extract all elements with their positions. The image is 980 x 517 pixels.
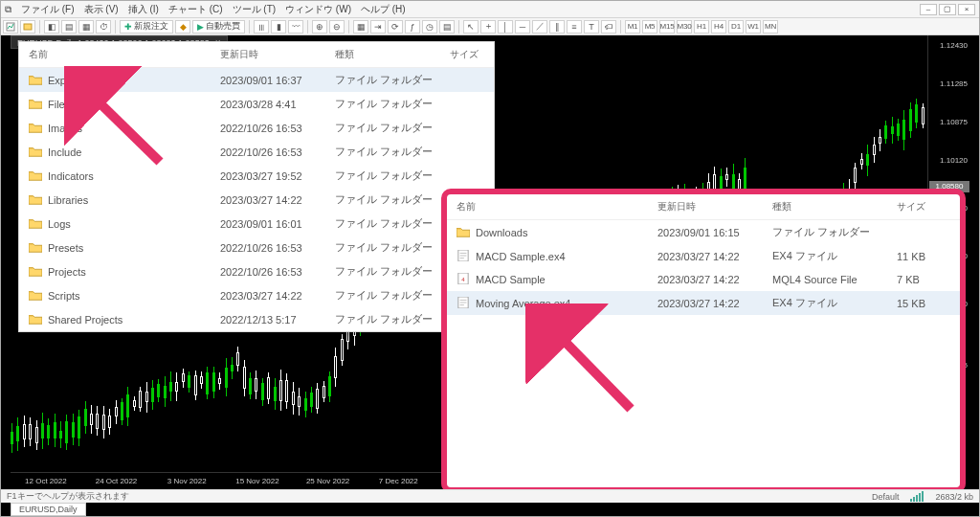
tf-m15[interactable]: M15 bbox=[659, 20, 675, 34]
file-row[interactable]: Files2023/03/28 4:41ファイル フォルダー bbox=[19, 92, 494, 116]
min-button[interactable]: – bbox=[920, 4, 937, 15]
file-type: ファイル フォルダー bbox=[772, 225, 897, 239]
menu-tools[interactable]: ツール (T) bbox=[233, 3, 277, 16]
text-icon[interactable]: T bbox=[584, 20, 599, 34]
templates-icon[interactable]: ▤ bbox=[439, 20, 455, 34]
status-bar: F1キーでヘルプが表示されます Default 2683/2 kb bbox=[1, 489, 979, 503]
file-name: Libraries bbox=[48, 194, 88, 206]
tf-mn[interactable]: MN bbox=[763, 20, 778, 34]
menu-chart[interactable]: チャート (C) bbox=[168, 3, 223, 16]
status-profile[interactable]: Default bbox=[872, 492, 900, 502]
file-row[interactable]: Indicators2023/03/27 19:52ファイル フォルダー bbox=[19, 164, 494, 188]
file-row[interactable]: MACD Sample.ex42023/03/27 14:22EX4 ファイル1… bbox=[447, 244, 960, 268]
arrange-icon[interactable]: ▦ bbox=[353, 20, 368, 34]
tester-icon[interactable]: ⏱ bbox=[96, 20, 111, 34]
channel-icon[interactable]: ∥ bbox=[549, 20, 565, 34]
hline-icon[interactable]: ─ bbox=[515, 20, 530, 34]
col-size[interactable]: サイズ bbox=[897, 200, 954, 214]
file-type: ファイル フォルダー bbox=[335, 192, 450, 207]
file-date: 2023/03/27 14:22 bbox=[220, 194, 335, 206]
crosshair-icon[interactable]: ＋ bbox=[480, 20, 496, 34]
periods-icon[interactable]: ◷ bbox=[422, 20, 437, 34]
tf-h4[interactable]: H4 bbox=[711, 20, 726, 34]
tf-m1[interactable]: M1 bbox=[625, 20, 640, 34]
chart-tab-bottom[interactable]: EURUSD,Daily bbox=[11, 503, 86, 516]
tf-h1[interactable]: H1 bbox=[694, 20, 709, 34]
max-button[interactable]: ▢ bbox=[939, 4, 956, 15]
col-type[interactable]: 種類 bbox=[335, 48, 450, 61]
file-date: 2022/12/13 5:17 bbox=[220, 314, 335, 326]
file-row[interactable]: Projects2022/10/26 16:53ファイル フォルダー bbox=[19, 259, 494, 283]
svg-rect-1 bbox=[24, 24, 32, 30]
label-icon[interactable]: 🏷 bbox=[601, 20, 616, 34]
profiles-icon[interactable] bbox=[20, 20, 35, 34]
x-label: 12 Oct 2022 bbox=[11, 477, 81, 485]
tf-m5[interactable]: M5 bbox=[642, 20, 657, 34]
menu-help[interactable]: ヘルプ (H) bbox=[361, 3, 406, 16]
trendline-icon[interactable]: ／ bbox=[532, 20, 547, 34]
file-row[interactable]: 4MACD Sample2023/03/27 14:22MQL4 Source … bbox=[447, 268, 960, 291]
col-size[interactable]: サイズ bbox=[450, 48, 498, 61]
file-row[interactable]: Scripts2023/03/27 14:22ファイル フォルダー bbox=[19, 283, 494, 307]
line-chart-icon[interactable]: 〰 bbox=[288, 20, 303, 34]
indicators-icon[interactable]: ƒ bbox=[405, 20, 420, 34]
fibo-icon[interactable]: ≡ bbox=[567, 20, 582, 34]
close-button[interactable]: × bbox=[958, 4, 975, 15]
cursor-icon[interactable]: ↖ bbox=[463, 20, 479, 34]
column-headers[interactable]: 名前 更新日時 種類 サイズ bbox=[447, 194, 960, 220]
navigator-icon[interactable]: ▤ bbox=[61, 20, 77, 34]
file-row[interactable]: Downloads2023/09/01 16:15ファイル フォルダー bbox=[447, 220, 960, 244]
bar-chart-icon[interactable]: ⫼ bbox=[254, 20, 269, 34]
file-row[interactable]: Include2022/10/26 16:53ファイル フォルダー bbox=[19, 140, 494, 164]
metaeditor-icon[interactable]: ◆ bbox=[175, 20, 190, 34]
file-row[interactable]: Images2022/10/26 16:53ファイル フォルダー bbox=[19, 116, 494, 140]
scroll-icon[interactable]: ⟳ bbox=[388, 20, 403, 34]
x-label: 24 Oct 2022 bbox=[81, 477, 152, 485]
col-date[interactable]: 更新日時 bbox=[657, 200, 772, 214]
file-date: 2023/09/01 16:37 bbox=[220, 75, 335, 86]
file-name: Scripts bbox=[48, 290, 80, 302]
col-name[interactable]: 名前 bbox=[457, 200, 657, 214]
menu-window[interactable]: ウィンドウ (W) bbox=[285, 3, 351, 16]
column-headers[interactable]: 名前 更新日時 種類 サイズ bbox=[19, 42, 494, 68]
tf-w1[interactable]: W1 bbox=[746, 20, 761, 34]
file-type: ファイル フォルダー bbox=[335, 264, 450, 279]
menu-insert[interactable]: 挿入 (I) bbox=[128, 3, 159, 16]
terminal-icon[interactable]: ▦ bbox=[78, 20, 94, 34]
file-row[interactable]: Libraries2023/03/27 14:22ファイル フォルダー bbox=[19, 188, 494, 212]
file-row[interactable]: Presets2022/10/26 16:53ファイル フォルダー bbox=[19, 236, 494, 259]
menu-view[interactable]: 表示 (V) bbox=[84, 3, 119, 16]
menu-file[interactable]: ファイル (F) bbox=[21, 3, 75, 16]
market-watch-icon[interactable]: ◧ bbox=[44, 20, 59, 34]
zoom-out-icon[interactable]: ⊖ bbox=[329, 20, 345, 34]
tf-m30[interactable]: M30 bbox=[677, 20, 692, 34]
new-order-button[interactable]: ✚新規注文 bbox=[120, 20, 173, 34]
shift-icon[interactable]: ⇥ bbox=[370, 20, 386, 34]
zoom-in-icon[interactable]: ⊕ bbox=[312, 20, 327, 34]
file-date: 2023/03/27 19:52 bbox=[220, 170, 335, 182]
file-name: Logs bbox=[48, 218, 71, 230]
tf-d1[interactable]: D1 bbox=[728, 20, 744, 34]
new-chart-icon[interactable] bbox=[3, 20, 18, 34]
file-date: 2022/10/26 16:53 bbox=[220, 123, 335, 134]
col-type[interactable]: 種類 bbox=[772, 200, 897, 214]
folder-icon bbox=[29, 217, 42, 231]
col-date[interactable]: 更新日時 bbox=[220, 48, 335, 61]
file-type: EX4 ファイル bbox=[772, 249, 897, 263]
file-type: ファイル フォルダー bbox=[335, 73, 450, 87]
folder-icon bbox=[29, 74, 42, 87]
y-label: 1.12430 bbox=[940, 41, 968, 50]
file-type: ファイル フォルダー bbox=[335, 312, 450, 326]
file-row[interactable]: Logs2023/09/01 16:01ファイル フォルダー bbox=[19, 212, 494, 236]
vline-icon[interactable]: │ bbox=[498, 20, 513, 34]
file-type: ファイル フォルダー bbox=[335, 216, 450, 231]
file-row[interactable]: Shared Projects2022/12/13 5:17ファイル フォルダー bbox=[19, 307, 494, 331]
file-row[interactable]: Experts2023/09/01 16:37ファイル フォルダー bbox=[19, 68, 494, 92]
candle-chart-icon[interactable]: ▮ bbox=[271, 20, 286, 34]
col-name[interactable]: 名前 bbox=[29, 48, 220, 61]
file-date: 2023/03/28 4:41 bbox=[220, 99, 335, 110]
folder-icon bbox=[29, 265, 42, 279]
auto-trade-button[interactable]: ▶自動売買 bbox=[192, 20, 245, 34]
file-name: Include bbox=[48, 146, 81, 158]
file-row[interactable]: Moving Average.ex42023/03/27 14:22EX4 ファ… bbox=[447, 291, 960, 315]
